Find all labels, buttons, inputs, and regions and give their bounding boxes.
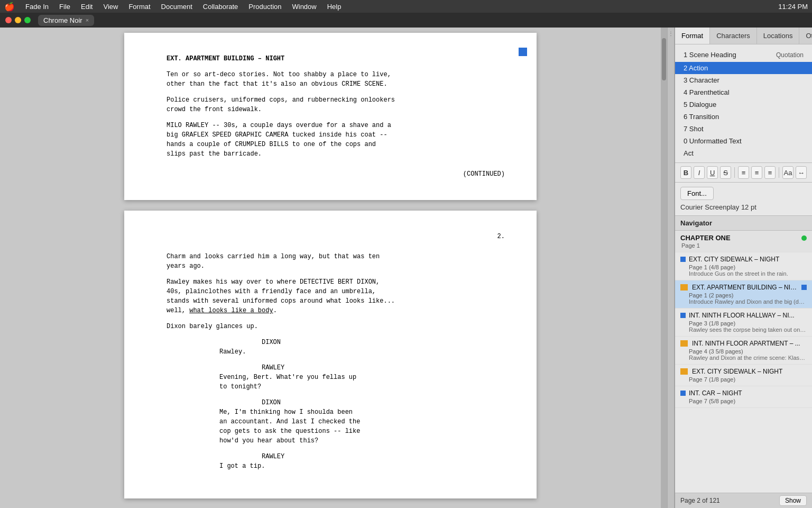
nav-item-page-5: Page 7 (1/8 page) bbox=[689, 376, 807, 383]
menu-production[interactable]: Production bbox=[244, 2, 285, 12]
menu-window[interactable]: Window bbox=[288, 2, 320, 12]
nav-item-page-1: Page 1 (4/8 page) bbox=[689, 264, 807, 270]
navigator-panel: Navigator CHAPTER ONE Page 1 EXT. CITY S… bbox=[675, 216, 812, 493]
action-block-3: MILO RAWLEY -- 30s, a couple days overdu… bbox=[167, 121, 505, 159]
italic-button[interactable]: I bbox=[694, 166, 705, 179]
format-transition[interactable]: 6 Transition bbox=[675, 111, 812, 123]
doc-tab-title: Chrome Noir bbox=[43, 16, 82, 24]
menu-fade-in[interactable]: Fade In bbox=[21, 2, 53, 12]
character-name-1: DIXON bbox=[262, 338, 505, 347]
action-block-5: Rawley makes his way over to where DETEC… bbox=[167, 277, 505, 315]
align-center-button[interactable]: ≡ bbox=[751, 166, 762, 179]
bold-button[interactable]: B bbox=[680, 166, 691, 179]
nav-item-ninth-hallway[interactable]: INT. NINTH FLOOR HALLWAY – NI... Page 3 … bbox=[675, 309, 812, 337]
page-count-bar: Page 2 of 121 Show bbox=[675, 493, 812, 508]
scrollbar-thumb[interactable] bbox=[662, 38, 666, 80]
font-section: Font... Courier Screenplay 12 pt bbox=[675, 183, 812, 216]
continued-marker: (CONTINUED) bbox=[167, 169, 505, 179]
page-count-label: Page 2 of 121 bbox=[680, 497, 720, 504]
tab-locations[interactable]: Locations bbox=[757, 28, 800, 44]
nav-item-city-sidewalk-1[interactable]: EXT. CITY SIDEWALK – NIGHT Page 1 (4/8 p… bbox=[675, 252, 812, 280]
width-button[interactable]: ↔ bbox=[796, 166, 807, 179]
toolbar-divider-2 bbox=[779, 167, 779, 178]
tab-format[interactable]: Format bbox=[675, 28, 710, 44]
navigator-title: Navigator bbox=[680, 219, 712, 227]
document-tab[interactable]: Chrome Noir × bbox=[38, 15, 94, 26]
panel-toggle-button[interactable]: ⋮ bbox=[667, 28, 675, 508]
nav-item-color-3 bbox=[680, 313, 686, 318]
current-font-display: Courier Screenplay 12 pt bbox=[680, 203, 807, 211]
format-tab-bar: Format Characters Locations Other bbox=[675, 28, 812, 44]
menu-edit[interactable]: Edit bbox=[77, 2, 97, 12]
menu-time: 11:24 PM bbox=[778, 3, 808, 11]
align-left-button[interactable]: ≡ bbox=[738, 166, 749, 179]
title-bar: Chrome Noir × bbox=[0, 13, 812, 28]
underline-button[interactable]: U bbox=[707, 166, 718, 179]
nav-item-desc-2: Introduce Rawley and Dixon and the big (… bbox=[689, 298, 807, 305]
nav-item-folder-icon-4 bbox=[680, 340, 688, 347]
nav-item-apartment[interactable]: EXT. APARTMENT BUILDING – NIG... Page 1 … bbox=[675, 280, 812, 309]
close-window-button[interactable] bbox=[5, 17, 12, 23]
nav-item-city-sidewalk-2[interactable]: EXT. CITY SIDEWALK – NIGHT Page 7 (1/8 p… bbox=[675, 365, 812, 386]
menu-document[interactable]: Document bbox=[157, 2, 197, 12]
menu-collaborate[interactable]: Collaborate bbox=[199, 2, 243, 12]
dialogue-3: Me, I'm thinking how I shoulda been an a… bbox=[219, 407, 452, 446]
nav-item-page-4: Page 4 (3 5/8 pages) bbox=[689, 348, 807, 355]
script-editor[interactable]: EXT. APARTMENT BUILDING – NIGHT Ten or s… bbox=[0, 28, 661, 508]
menu-file[interactable]: File bbox=[55, 2, 75, 12]
nav-item-folder-icon-2 bbox=[680, 284, 688, 291]
format-list: 1 Scene Heading Quotation 2 Action 3 Cha… bbox=[675, 44, 812, 163]
close-tab-button[interactable]: × bbox=[86, 17, 89, 23]
underline-text: what looks like a body bbox=[189, 307, 273, 314]
apple-menu-icon[interactable]: 🍎 bbox=[4, 2, 15, 12]
character-name-3: DIXON bbox=[262, 398, 505, 407]
menu-help[interactable]: Help bbox=[323, 2, 346, 12]
nav-item-folder-icon-5 bbox=[680, 368, 688, 375]
action-block-2: Police cruisers, uniformed cops, and rub… bbox=[167, 95, 505, 114]
font-size-button[interactable]: Aa bbox=[782, 166, 793, 179]
maximize-window-button[interactable] bbox=[24, 17, 31, 23]
chapter-one-color bbox=[801, 235, 807, 241]
format-action[interactable]: 2 Action bbox=[675, 62, 812, 74]
nav-chapter-one[interactable]: CHAPTER ONE Page 1 bbox=[675, 231, 812, 252]
nav-item-title-2: EXT. APARTMENT BUILDING – NIG... bbox=[692, 284, 798, 291]
minimize-window-button[interactable] bbox=[15, 17, 21, 23]
page-number-2: 2. bbox=[167, 232, 505, 241]
dialogue-2: Evening, Bert. What're you fellas up to … bbox=[219, 373, 452, 392]
nav-item-desc-4: Rawley and Dixon at the crime scene: Kla… bbox=[689, 355, 807, 361]
nav-item-page-2: Page 1 (2 pages) bbox=[689, 292, 807, 298]
tab-other[interactable]: Other bbox=[799, 28, 812, 44]
script-scrollbar[interactable] bbox=[661, 28, 667, 508]
strikethrough-button[interactable]: S bbox=[720, 166, 731, 179]
nav-item-title-4: INT. NINTH FLOOR APARTMENT – ... bbox=[692, 340, 807, 347]
character-name-4: RAWLEY bbox=[262, 452, 505, 461]
dialogue-4: I got a tip. bbox=[219, 461, 452, 471]
nav-item-desc-3: Rawley sees the corpse being taken out o… bbox=[689, 326, 807, 333]
script-page-1: EXT. APARTMENT BUILDING – NIGHT Ten or s… bbox=[124, 33, 537, 200]
nav-item-title-1: EXT. CITY SIDEWALK – NIGHT bbox=[689, 256, 807, 263]
nav-item-car[interactable]: INT. CAR – NIGHT Page 7 (5/8 page) bbox=[675, 386, 812, 408]
format-dialogue[interactable]: 5 Dialogue bbox=[675, 98, 812, 111]
tab-characters[interactable]: Characters bbox=[710, 28, 757, 44]
format-toolbar: B I U S ≡ ≡ ≡ Aa ↔ bbox=[675, 163, 812, 183]
menu-view[interactable]: View bbox=[99, 2, 122, 12]
panel-toggle-icon: ⋮ bbox=[668, 31, 673, 37]
format-scene-heading[interactable]: 1 Scene Heading bbox=[675, 49, 745, 61]
nav-item-color-1 bbox=[680, 257, 686, 262]
format-parenthetical[interactable]: 4 Parenthetical bbox=[675, 86, 812, 98]
format-quotation[interactable]: Quotation bbox=[772, 49, 808, 61]
navigator-header: Navigator bbox=[675, 216, 812, 231]
format-unformatted[interactable]: 0 Unformatted Text bbox=[675, 135, 812, 147]
main-area: EXT. APARTMENT BUILDING – NIGHT Ten or s… bbox=[0, 28, 812, 508]
font-chooser-button[interactable]: Font... bbox=[680, 187, 714, 200]
format-character[interactable]: 3 Character bbox=[675, 74, 812, 86]
align-right-button[interactable]: ≡ bbox=[764, 166, 776, 179]
format-act[interactable]: Act bbox=[675, 147, 812, 159]
nav-item-ninth-apartment[interactable]: INT. NINTH FLOOR APARTMENT – ... Page 4 … bbox=[675, 337, 812, 365]
menu-format[interactable]: Format bbox=[124, 2, 154, 12]
toolbar-divider-1 bbox=[734, 167, 735, 178]
format-shot[interactable]: 7 Shot bbox=[675, 123, 812, 135]
scene-heading-1: EXT. APARTMENT BUILDING – NIGHT bbox=[167, 54, 505, 64]
show-button[interactable]: Show bbox=[779, 495, 807, 506]
menu-bar: 🍎 Fade In File Edit View Format Document… bbox=[0, 0, 812, 13]
